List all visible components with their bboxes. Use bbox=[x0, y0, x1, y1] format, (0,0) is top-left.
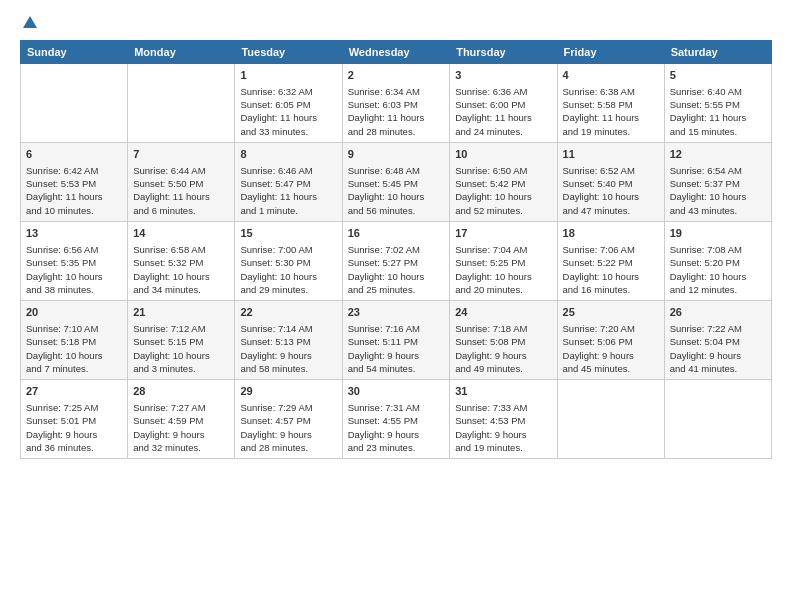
day-number: 25 bbox=[563, 305, 659, 320]
day-number: 26 bbox=[670, 305, 766, 320]
day-number: 1 bbox=[240, 68, 336, 83]
calendar-cell: 4Sunrise: 6:38 AM Sunset: 5:58 PM Daylig… bbox=[557, 64, 664, 143]
calendar-cell: 12Sunrise: 6:54 AM Sunset: 5:37 PM Dayli… bbox=[664, 143, 771, 222]
calendar-cell: 15Sunrise: 7:00 AM Sunset: 5:30 PM Dayli… bbox=[235, 222, 342, 301]
calendar-cell: 1Sunrise: 6:32 AM Sunset: 6:05 PM Daylig… bbox=[235, 64, 342, 143]
day-number: 27 bbox=[26, 384, 122, 399]
calendar-cell: 28Sunrise: 7:27 AM Sunset: 4:59 PM Dayli… bbox=[128, 380, 235, 459]
calendar-cell: 24Sunrise: 7:18 AM Sunset: 5:08 PM Dayli… bbox=[450, 301, 557, 380]
calendar-cell: 26Sunrise: 7:22 AM Sunset: 5:04 PM Dayli… bbox=[664, 301, 771, 380]
calendar-cell: 27Sunrise: 7:25 AM Sunset: 5:01 PM Dayli… bbox=[21, 380, 128, 459]
day-number: 21 bbox=[133, 305, 229, 320]
day-number: 22 bbox=[240, 305, 336, 320]
day-info: Sunrise: 6:56 AM Sunset: 5:35 PM Dayligh… bbox=[26, 243, 122, 296]
calendar-cell: 16Sunrise: 7:02 AM Sunset: 5:27 PM Dayli… bbox=[342, 222, 450, 301]
day-number: 11 bbox=[563, 147, 659, 162]
day-info: Sunrise: 6:38 AM Sunset: 5:58 PM Dayligh… bbox=[563, 85, 659, 138]
day-info: Sunrise: 7:25 AM Sunset: 5:01 PM Dayligh… bbox=[26, 401, 122, 454]
calendar-cell: 18Sunrise: 7:06 AM Sunset: 5:22 PM Dayli… bbox=[557, 222, 664, 301]
calendar-cell: 31Sunrise: 7:33 AM Sunset: 4:53 PM Dayli… bbox=[450, 380, 557, 459]
calendar-cell bbox=[557, 380, 664, 459]
calendar-table: SundayMondayTuesdayWednesdayThursdayFrid… bbox=[20, 40, 772, 459]
day-number: 15 bbox=[240, 226, 336, 241]
day-of-week-header: Wednesday bbox=[342, 41, 450, 64]
day-info: Sunrise: 7:16 AM Sunset: 5:11 PM Dayligh… bbox=[348, 322, 445, 375]
calendar-cell bbox=[664, 380, 771, 459]
calendar-cell: 11Sunrise: 6:52 AM Sunset: 5:40 PM Dayli… bbox=[557, 143, 664, 222]
day-info: Sunrise: 6:46 AM Sunset: 5:47 PM Dayligh… bbox=[240, 164, 336, 217]
day-of-week-header: Saturday bbox=[664, 41, 771, 64]
calendar-cell: 21Sunrise: 7:12 AM Sunset: 5:15 PM Dayli… bbox=[128, 301, 235, 380]
day-info: Sunrise: 7:27 AM Sunset: 4:59 PM Dayligh… bbox=[133, 401, 229, 454]
day-number: 24 bbox=[455, 305, 551, 320]
day-number: 13 bbox=[26, 226, 122, 241]
day-number: 19 bbox=[670, 226, 766, 241]
day-number: 10 bbox=[455, 147, 551, 162]
day-of-week-header: Tuesday bbox=[235, 41, 342, 64]
calendar-cell: 19Sunrise: 7:08 AM Sunset: 5:20 PM Dayli… bbox=[664, 222, 771, 301]
day-number: 29 bbox=[240, 384, 336, 399]
day-number: 2 bbox=[348, 68, 445, 83]
day-info: Sunrise: 7:08 AM Sunset: 5:20 PM Dayligh… bbox=[670, 243, 766, 296]
calendar-week-row: 20Sunrise: 7:10 AM Sunset: 5:18 PM Dayli… bbox=[21, 301, 772, 380]
day-number: 14 bbox=[133, 226, 229, 241]
calendar-week-row: 27Sunrise: 7:25 AM Sunset: 5:01 PM Dayli… bbox=[21, 380, 772, 459]
day-number: 9 bbox=[348, 147, 445, 162]
day-number: 28 bbox=[133, 384, 229, 399]
day-number: 4 bbox=[563, 68, 659, 83]
calendar-cell: 9Sunrise: 6:48 AM Sunset: 5:45 PM Daylig… bbox=[342, 143, 450, 222]
calendar-cell: 29Sunrise: 7:29 AM Sunset: 4:57 PM Dayli… bbox=[235, 380, 342, 459]
calendar-cell: 25Sunrise: 7:20 AM Sunset: 5:06 PM Dayli… bbox=[557, 301, 664, 380]
day-info: Sunrise: 7:04 AM Sunset: 5:25 PM Dayligh… bbox=[455, 243, 551, 296]
day-info: Sunrise: 6:50 AM Sunset: 5:42 PM Dayligh… bbox=[455, 164, 551, 217]
day-number: 12 bbox=[670, 147, 766, 162]
day-info: Sunrise: 6:48 AM Sunset: 5:45 PM Dayligh… bbox=[348, 164, 445, 217]
day-info: Sunrise: 7:33 AM Sunset: 4:53 PM Dayligh… bbox=[455, 401, 551, 454]
calendar-cell: 5Sunrise: 6:40 AM Sunset: 5:55 PM Daylig… bbox=[664, 64, 771, 143]
logo-triangle-icon bbox=[23, 16, 37, 28]
logo bbox=[20, 16, 37, 30]
day-info: Sunrise: 6:36 AM Sunset: 6:00 PM Dayligh… bbox=[455, 85, 551, 138]
calendar-cell: 8Sunrise: 6:46 AM Sunset: 5:47 PM Daylig… bbox=[235, 143, 342, 222]
day-info: Sunrise: 7:20 AM Sunset: 5:06 PM Dayligh… bbox=[563, 322, 659, 375]
day-number: 6 bbox=[26, 147, 122, 162]
day-info: Sunrise: 6:34 AM Sunset: 6:03 PM Dayligh… bbox=[348, 85, 445, 138]
day-info: Sunrise: 7:00 AM Sunset: 5:30 PM Dayligh… bbox=[240, 243, 336, 296]
day-info: Sunrise: 7:31 AM Sunset: 4:55 PM Dayligh… bbox=[348, 401, 445, 454]
calendar-cell: 23Sunrise: 7:16 AM Sunset: 5:11 PM Dayli… bbox=[342, 301, 450, 380]
day-info: Sunrise: 6:52 AM Sunset: 5:40 PM Dayligh… bbox=[563, 164, 659, 217]
day-number: 20 bbox=[26, 305, 122, 320]
day-number: 16 bbox=[348, 226, 445, 241]
day-of-week-header: Sunday bbox=[21, 41, 128, 64]
day-info: Sunrise: 6:58 AM Sunset: 5:32 PM Dayligh… bbox=[133, 243, 229, 296]
day-number: 31 bbox=[455, 384, 551, 399]
day-number: 3 bbox=[455, 68, 551, 83]
day-info: Sunrise: 6:44 AM Sunset: 5:50 PM Dayligh… bbox=[133, 164, 229, 217]
header bbox=[20, 16, 772, 30]
calendar-week-row: 6Sunrise: 6:42 AM Sunset: 5:53 PM Daylig… bbox=[21, 143, 772, 222]
day-info: Sunrise: 7:18 AM Sunset: 5:08 PM Dayligh… bbox=[455, 322, 551, 375]
day-of-week-header: Monday bbox=[128, 41, 235, 64]
calendar-header-row: SundayMondayTuesdayWednesdayThursdayFrid… bbox=[21, 41, 772, 64]
day-number: 8 bbox=[240, 147, 336, 162]
day-info: Sunrise: 7:22 AM Sunset: 5:04 PM Dayligh… bbox=[670, 322, 766, 375]
day-info: Sunrise: 7:12 AM Sunset: 5:15 PM Dayligh… bbox=[133, 322, 229, 375]
day-number: 17 bbox=[455, 226, 551, 241]
calendar-cell: 17Sunrise: 7:04 AM Sunset: 5:25 PM Dayli… bbox=[450, 222, 557, 301]
calendar-cell: 6Sunrise: 6:42 AM Sunset: 5:53 PM Daylig… bbox=[21, 143, 128, 222]
day-info: Sunrise: 7:29 AM Sunset: 4:57 PM Dayligh… bbox=[240, 401, 336, 454]
day-number: 5 bbox=[670, 68, 766, 83]
calendar-cell: 7Sunrise: 6:44 AM Sunset: 5:50 PM Daylig… bbox=[128, 143, 235, 222]
calendar-cell bbox=[21, 64, 128, 143]
day-number: 30 bbox=[348, 384, 445, 399]
page-container: SundayMondayTuesdayWednesdayThursdayFrid… bbox=[0, 0, 792, 471]
calendar-cell: 20Sunrise: 7:10 AM Sunset: 5:18 PM Dayli… bbox=[21, 301, 128, 380]
calendar-cell: 3Sunrise: 6:36 AM Sunset: 6:00 PM Daylig… bbox=[450, 64, 557, 143]
day-info: Sunrise: 7:10 AM Sunset: 5:18 PM Dayligh… bbox=[26, 322, 122, 375]
calendar-cell: 30Sunrise: 7:31 AM Sunset: 4:55 PM Dayli… bbox=[342, 380, 450, 459]
day-info: Sunrise: 7:14 AM Sunset: 5:13 PM Dayligh… bbox=[240, 322, 336, 375]
calendar-week-row: 13Sunrise: 6:56 AM Sunset: 5:35 PM Dayli… bbox=[21, 222, 772, 301]
day-info: Sunrise: 6:32 AM Sunset: 6:05 PM Dayligh… bbox=[240, 85, 336, 138]
calendar-cell: 2Sunrise: 6:34 AM Sunset: 6:03 PM Daylig… bbox=[342, 64, 450, 143]
day-info: Sunrise: 7:02 AM Sunset: 5:27 PM Dayligh… bbox=[348, 243, 445, 296]
